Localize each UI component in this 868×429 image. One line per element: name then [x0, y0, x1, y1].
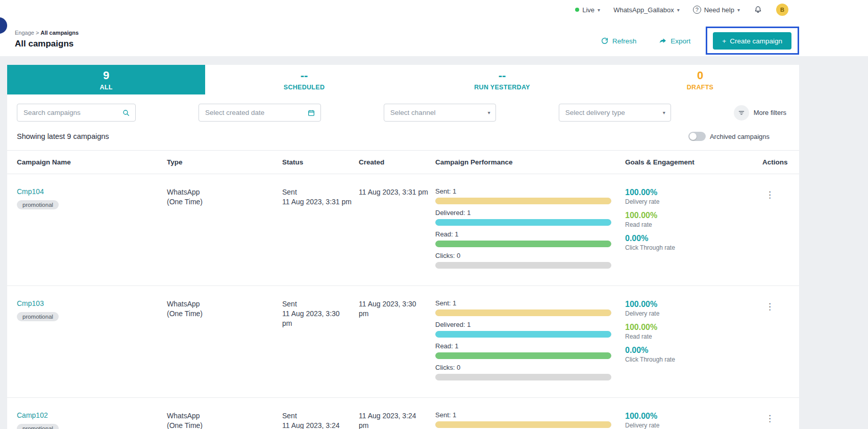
created-date-picker[interactable]: Select created date — [199, 104, 321, 122]
goal-value: 100.00% — [625, 411, 762, 421]
create-campaign-label: Create campaign — [730, 37, 782, 45]
live-status-dropdown[interactable]: Live ▾ — [575, 6, 600, 14]
performance-bar: Read: 1 — [435, 342, 625, 359]
filter-icon — [734, 105, 749, 121]
page-header: Engage > All campaigns All campaigns Ref… — [0, 19, 868, 56]
notifications-bell-icon[interactable] — [753, 5, 763, 15]
goal-value: 0.00% — [625, 345, 762, 355]
performance-bar-track — [435, 352, 611, 359]
more-filters-label: More filters — [754, 109, 786, 116]
campaign-type: WhatsApp(One Time) — [167, 299, 282, 385]
col-created: Created — [359, 158, 435, 166]
live-status-dot — [575, 8, 579, 12]
campaign-created: 11 Aug 2023, 3:30pm — [359, 299, 435, 385]
campaign-goals: 100.00%Delivery rate100.00%Read rate0.00… — [625, 299, 762, 385]
performance-bar-fill — [435, 241, 611, 247]
refresh-button[interactable]: Refresh — [601, 37, 636, 45]
campaign-performance: Sent: 1Delivered: 1Read: 1Clicks: 0 — [435, 411, 625, 429]
page: Live ▾ WhatsApp_Gallabox ▾ ? Need help ▾… — [0, 0, 868, 429]
goal-label: Click Through rate — [625, 355, 762, 364]
col-actions: Actions — [762, 158, 786, 166]
goal-label: Delivery rate — [625, 309, 762, 318]
row-actions-button[interactable]: ⋮ — [762, 188, 777, 201]
need-help-dropdown[interactable]: ? Need help ▾ — [693, 6, 740, 14]
performance-bar-label: Read: 1 — [435, 230, 625, 238]
campaign-name-link[interactable]: Camp102 — [17, 411, 48, 419]
col-goals-engagement: Goals & Engagement — [625, 158, 762, 166]
goal-label: Read rate — [625, 332, 762, 341]
goal-metric: 100.00%Read rate — [625, 210, 762, 229]
export-label: Export — [671, 37, 690, 45]
performance-bar-track — [435, 309, 611, 316]
top-bar: Live ▾ WhatsApp_Gallabox ▾ ? Need help ▾… — [0, 0, 868, 19]
performance-bar-track — [435, 262, 611, 269]
chevron-down-icon: ▾ — [663, 110, 665, 115]
plus-icon: + — [722, 37, 726, 45]
toggle-knob — [689, 133, 697, 140]
performance-bar-track — [435, 241, 611, 247]
tab-drafts-label: DRAFTS — [687, 84, 714, 91]
showing-count-text: Showing latest 9 campaigns — [17, 132, 109, 140]
export-icon — [659, 37, 667, 45]
calendar-icon — [307, 109, 315, 117]
list-bar: Showing latest 9 campaigns Archived camp… — [7, 128, 799, 150]
campaign-performance: Sent: 1Delivered: 1Read: 1Clicks: 0 — [435, 187, 625, 273]
workspace-name: WhatsApp_Gallabox — [613, 6, 674, 14]
performance-bar-track — [435, 331, 611, 338]
goal-value: 100.00% — [625, 299, 762, 309]
tab-scheduled[interactable]: -- SCHEDULED — [205, 65, 403, 94]
chevron-down-icon: ▾ — [598, 7, 600, 13]
campaign-name-link[interactable]: Cmp104 — [17, 187, 44, 196]
tab-scheduled-count: -- — [301, 69, 308, 82]
row-actions-button[interactable]: ⋮ — [762, 300, 777, 313]
goal-metric: 100.00%Delivery rate — [625, 187, 762, 206]
tab-run-yesterday[interactable]: -- RUN YESTERDAY — [403, 65, 601, 94]
col-campaign-performance: Campaign Performance — [435, 158, 625, 166]
stat-tabs: 9 ALL -- SCHEDULED -- RUN YESTERDAY 0 DR… — [7, 65, 799, 94]
col-type: Type — [167, 158, 282, 166]
campaigns-card: 9 ALL -- SCHEDULED -- RUN YESTERDAY 0 DR… — [7, 65, 799, 429]
performance-bar: Clicks: 0 — [435, 252, 625, 269]
archived-campaigns-toggle[interactable] — [688, 132, 706, 141]
campaign-tag-badge: promotional — [17, 200, 59, 209]
table-row: Camp102 promotional WhatsApp(One Time) S… — [7, 398, 799, 429]
performance-bar-fill — [435, 219, 611, 226]
breadcrumb-engage[interactable]: Engage — [15, 30, 34, 36]
tab-all-count: 9 — [103, 69, 109, 82]
tab-drafts[interactable]: 0 DRAFTS — [601, 65, 799, 94]
search-icon[interactable] — [122, 109, 130, 117]
performance-bar-track — [435, 219, 611, 226]
tab-all-label: ALL — [100, 84, 112, 91]
workspace-dropdown[interactable]: WhatsApp_Gallabox ▾ — [613, 6, 680, 14]
search-campaigns-box — [17, 104, 136, 122]
goal-value: 0.00% — [625, 233, 762, 243]
avatar[interactable]: B — [776, 4, 788, 16]
more-filters-button[interactable]: More filters — [734, 105, 786, 121]
campaign-created: 11 Aug 2023, 3:24pm — [359, 411, 435, 429]
tab-all[interactable]: 9 ALL — [7, 65, 205, 94]
performance-bar-fill — [435, 309, 611, 316]
archived-campaigns-label: Archived campaigns — [710, 133, 770, 140]
performance-bar: Sent: 1 — [435, 299, 625, 316]
performance-bar-track — [435, 421, 611, 428]
goal-value: 100.00% — [625, 322, 762, 332]
search-input[interactable] — [23, 109, 122, 116]
campaign-name-link[interactable]: Cmp103 — [17, 299, 44, 307]
question-icon: ? — [693, 6, 701, 14]
performance-bar: Clicks: 0 — [435, 364, 625, 380]
delivery-placeholder: Select delivery type — [565, 109, 625, 116]
row-actions-button[interactable]: ⋮ — [762, 412, 777, 425]
create-campaign-button[interactable]: + Create campaign — [713, 32, 791, 50]
chevron-down-icon: ▾ — [488, 110, 490, 115]
need-help-label: Need help — [704, 6, 734, 14]
tab-scheduled-label: SCHEDULED — [284, 84, 325, 91]
delivery-type-select[interactable]: Select delivery type ▾ — [559, 104, 671, 122]
breadcrumb-current: All campaigns — [41, 30, 79, 36]
goal-metric: 0.00%Click Through rate — [625, 233, 762, 252]
performance-bar-track — [435, 198, 611, 204]
campaign-goals: 100.00%Delivery rate100.00%Read rate0.00… — [625, 187, 762, 273]
export-button[interactable]: Export — [659, 37, 690, 45]
performance-bar-label: Read: 1 — [435, 342, 625, 350]
channel-select[interactable]: Select channel ▾ — [384, 104, 496, 122]
performance-bar-label: Clicks: 0 — [435, 364, 625, 371]
